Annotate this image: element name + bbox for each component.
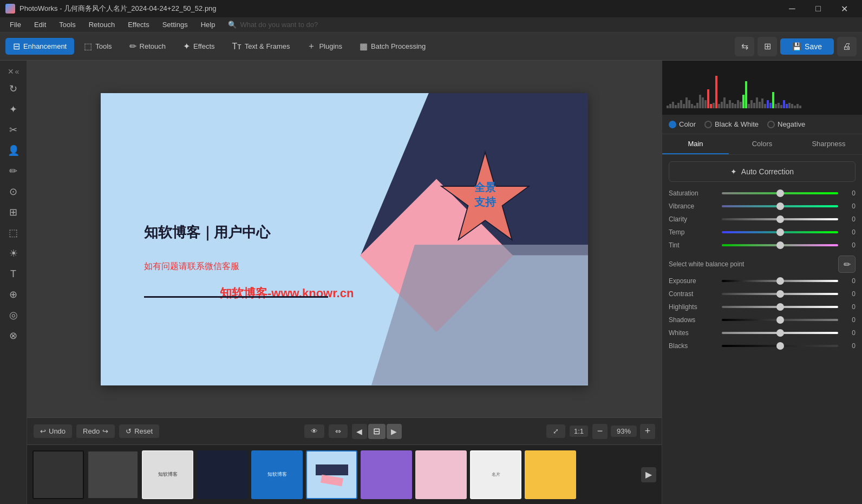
filmstrip-next-button[interactable]: ▶ (641, 467, 656, 482)
shadows-slider[interactable] (722, 319, 838, 321)
minimize-button[interactable]: ─ (780, 0, 805, 17)
tool-shape[interactable]: ⬚ (4, 223, 23, 243)
print-button[interactable]: 🖨 (837, 37, 857, 56)
filmstrip-thumb-4[interactable] (197, 450, 248, 499)
color-mode-negative[interactable]: Negative (767, 120, 805, 128)
color-mode-color[interactable]: Color (669, 120, 696, 128)
temp-thumb[interactable] (776, 228, 784, 236)
clarity-slider[interactable] (722, 218, 838, 220)
temp-slider[interactable] (722, 231, 838, 233)
color-mode-bw[interactable]: Black & White (704, 120, 759, 128)
tool-heal[interactable]: ✂ (4, 120, 23, 140)
highlights-thumb[interactable] (776, 303, 784, 311)
filmstrip-thumb-3[interactable]: 知软博客 (142, 450, 193, 499)
whites-row: Whites 0 (669, 329, 856, 337)
menu-tools[interactable]: Tools (54, 19, 81, 30)
shadows-value: 0 (843, 316, 856, 324)
tint-thumb[interactable] (776, 241, 784, 249)
whites-thumb[interactable] (776, 329, 784, 337)
blacks-slider[interactable] (722, 345, 838, 347)
tool-brush[interactable]: ✏ (4, 161, 23, 181)
tint-slider[interactable] (722, 244, 838, 246)
batch-processing-button[interactable]: ▦ Batch Processing (352, 38, 433, 55)
vibrance-thumb[interactable] (776, 202, 784, 210)
text-frames-button[interactable]: Tт Text & Frames (225, 38, 298, 55)
canvas-container[interactable]: 全景 支持 知软博客｜用户中心 如有问题请联系微信客服 知软博客-www.kno… (27, 61, 662, 417)
plugins-button[interactable]: ＋ Plugins (299, 37, 350, 55)
undo-button[interactable]: ↩ Undo (34, 424, 72, 438)
redo-button[interactable]: Redo ↪ (76, 424, 115, 438)
saturation-thumb[interactable] (776, 189, 784, 197)
tool-rotate[interactable]: ↻ (4, 79, 23, 99)
menu-settings[interactable]: Settings (157, 19, 193, 30)
filmstrip-thumb-10[interactable] (525, 450, 576, 499)
filmstrip-thumb-1[interactable] (32, 450, 84, 499)
menu-retouch[interactable]: Retouch (83, 19, 120, 30)
next-page-button[interactable]: ▶ (387, 424, 402, 439)
wb-picker-button[interactable]: ✏ (838, 256, 856, 273)
filmstrip-thumb-9[interactable]: 名片 (470, 450, 521, 499)
tool-light[interactable]: ☀ (4, 244, 23, 263)
contrast-slider[interactable] (722, 293, 838, 295)
eye-button[interactable]: 👁 (304, 424, 324, 438)
blacks-label: Blacks (669, 342, 717, 350)
clarity-label: Clarity (669, 215, 717, 223)
filmstrip-thumb-8[interactable] (415, 450, 467, 499)
fullscreen-button[interactable]: ⤢ (546, 424, 565, 438)
exposure-slider[interactable] (722, 280, 838, 282)
contrast-thumb[interactable] (776, 290, 784, 298)
retouch-button[interactable]: ✏ Retouch (122, 38, 173, 55)
collapse-left-icon[interactable]: ✕ (8, 67, 14, 76)
maximize-button[interactable]: □ (806, 0, 831, 17)
saturation-slider[interactable] (722, 192, 838, 194)
zoom-out-button[interactable]: − (592, 424, 608, 439)
auto-correction-button[interactable]: ✦ Auto Correction (669, 161, 856, 182)
redo-icon: ↪ (102, 427, 108, 435)
filmstrip-thumb-6[interactable] (306, 450, 357, 499)
tool-grid[interactable]: ⊞ (4, 202, 23, 222)
tab-main[interactable]: Main (662, 134, 729, 154)
collapse-panel-icon[interactable]: « (15, 67, 19, 76)
tool-clone[interactable]: 👤 (4, 141, 23, 160)
tab-colors[interactable]: Colors (729, 134, 795, 154)
ratio-button[interactable]: 1:1 (570, 426, 588, 437)
compare-button[interactable]: ⇔ (329, 424, 348, 438)
tab-sharpness[interactable]: Sharpness (795, 134, 862, 154)
save-button[interactable]: 💾 Save (780, 38, 834, 55)
tool-watermark[interactable]: ⊗ (4, 326, 23, 345)
tool-magic[interactable]: ✦ (4, 100, 23, 119)
shadows-thumb[interactable] (776, 316, 784, 324)
filmstrip-thumb-7[interactable] (361, 450, 412, 499)
menu-effects[interactable]: Effects (122, 19, 155, 30)
tools-button[interactable]: ⬚ Tools (76, 38, 119, 55)
filmstrip-thumb-5[interactable]: 知软博客 (251, 450, 303, 499)
vibrance-slider[interactable] (722, 205, 838, 207)
tool-fill[interactable]: ⊕ (4, 285, 23, 304)
search-bar[interactable]: 🔍 What do you want to do? (228, 21, 318, 29)
compare-split-button[interactable]: ⊞ (757, 37, 777, 56)
svg-text:支持: 支持 (474, 196, 497, 208)
zoom-in-button[interactable]: + (640, 424, 655, 439)
menu-file[interactable]: File (4, 19, 27, 30)
filmstrip-thumb-2[interactable] (87, 450, 139, 499)
tool-vignette[interactable]: ◎ (4, 305, 23, 325)
enhancement-button[interactable]: ⊟ Enhancement (5, 38, 74, 55)
compare-before-button[interactable]: ⇆ (735, 37, 754, 56)
exposure-thumb[interactable] (776, 277, 784, 285)
prev-page-button[interactable]: ◀ (352, 424, 367, 439)
panel-content[interactable]: ✦ Auto Correction Saturation 0 Vibrance … (662, 155, 862, 504)
tool-text[interactable]: T (4, 264, 23, 284)
whites-slider[interactable] (722, 332, 838, 334)
effects-button[interactable]: ✦ Effects (175, 38, 223, 55)
clarity-thumb[interactable] (776, 215, 784, 223)
menu-help[interactable]: Help (195, 19, 221, 30)
tool-selective[interactable]: ⊙ (4, 182, 23, 201)
right-panel: Color Black & White Negative Main Colors… (662, 61, 862, 504)
blacks-thumb[interactable] (776, 342, 784, 350)
menu-edit[interactable]: Edit (29, 19, 51, 30)
reset-button[interactable]: ↺ Reset (119, 424, 159, 438)
fullscreen-icon: ⤢ (553, 427, 559, 435)
close-button[interactable]: ✕ (832, 0, 857, 17)
filmstrip: 知软博客 知软博客 (27, 444, 662, 504)
highlights-slider[interactable] (722, 306, 838, 308)
